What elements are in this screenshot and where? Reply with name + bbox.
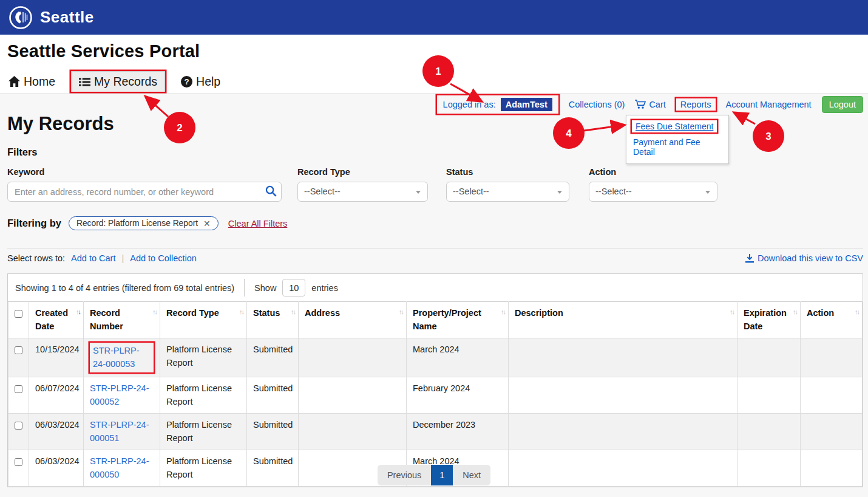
sort-icon[interactable]: ↑↓ <box>730 307 734 317</box>
record-number-link[interactable]: STR-PLRP-24-000053 <box>90 343 154 372</box>
column-header-property-project-name[interactable]: Property/Project Name↑↓ <box>407 302 509 338</box>
cell-record-type: Platform License Report <box>160 413 247 450</box>
seattle-seal-icon <box>8 5 33 30</box>
cell-record-number: STR-PLRP-24-000051 <box>84 413 160 450</box>
cell-status: Submitted <box>247 377 299 413</box>
sort-icon[interactable]: ↑↓ <box>291 307 295 317</box>
home-icon <box>8 76 20 87</box>
action-label: Action <box>589 167 616 177</box>
cell-created-date: 06/07/2024 <box>29 377 84 413</box>
column-header-created-date[interactable]: Created Date↑↓ <box>29 302 84 338</box>
column-header-record-number[interactable]: Record Number↑↓ <box>84 302 160 338</box>
search-button[interactable] <box>265 185 277 199</box>
reports-link[interactable]: Reports <box>676 98 716 111</box>
download-csv-label: Download this view to CSV <box>758 253 863 263</box>
column-header-address[interactable]: Address↑↓ <box>299 302 407 338</box>
column-label: Action <box>807 308 834 318</box>
sort-icon[interactable]: ↑↓ <box>76 307 80 317</box>
next-page-button[interactable]: Next <box>453 465 490 485</box>
column-header-action[interactable]: Action↑↓ <box>801 302 863 338</box>
account-management-link[interactable]: Account Management <box>726 100 812 109</box>
nav-help[interactable]: ? Help <box>181 75 220 89</box>
show-label: Show <box>254 283 276 293</box>
filtering-by-label: Filtering by <box>7 218 61 229</box>
chip-remove-icon[interactable]: ✕ <box>203 219 211 228</box>
keyword-label: Keyword <box>7 167 44 177</box>
logout-button[interactable]: Logout <box>822 96 863 113</box>
logged-in-status: Logged in as: AdamTest <box>437 95 558 114</box>
nav-home[interactable]: Home <box>8 75 55 89</box>
table-row: 06/07/2024STR-PLRP-24-000052Platform Lic… <box>8 377 863 413</box>
svg-text:?: ? <box>185 77 189 86</box>
cell-record-type: Platform License Report <box>160 338 247 377</box>
cell-expiration-date <box>737 413 801 450</box>
cell-created-date: 06/03/2024 <box>29 413 84 450</box>
action-select[interactable]: --Select-- <box>589 182 717 202</box>
logged-in-label: Logged in as: <box>443 100 496 109</box>
column-label: Created Date <box>35 308 68 331</box>
show-entries-group: Show entries <box>244 279 338 296</box>
record-type-label: Record Type <box>297 167 350 177</box>
cart-link[interactable]: Cart <box>635 100 665 109</box>
keyword-input[interactable] <box>7 182 282 202</box>
collections-link[interactable]: Collections (0) <box>569 100 625 109</box>
row-checkbox[interactable] <box>15 346 22 354</box>
column-label: Description <box>515 308 563 318</box>
column-header-status[interactable]: Status↑↓ <box>247 302 299 338</box>
cell-record-number: STR-PLRP-24-000053 <box>84 338 160 377</box>
entries-label: entries <box>311 283 338 293</box>
reports-menu-item[interactable]: Payment and Fee Detail <box>632 135 723 159</box>
nav-my-records-label: My Records <box>94 75 157 89</box>
cell-action <box>801 338 863 377</box>
list-icon <box>79 77 90 87</box>
table-info-bar: Showing 1 to 4 of 4 entries (filtered fr… <box>8 274 863 301</box>
previous-page-button[interactable]: Previous <box>378 465 431 485</box>
download-icon <box>745 254 754 263</box>
select-rows-label: Select rows to: <box>7 253 65 263</box>
column-header-expiration-date[interactable]: Expiration Date↑↓ <box>737 302 801 338</box>
download-csv-link[interactable]: Download this view to CSV <box>745 253 863 263</box>
cell-description <box>509 413 737 450</box>
action-select-value: --Select-- <box>595 187 632 196</box>
sort-icon[interactable]: ↑↓ <box>152 307 157 317</box>
reports-menu-item[interactable]: Fees Due Statement <box>632 120 717 132</box>
divider <box>7 248 863 249</box>
cart-label: Cart <box>649 100 665 109</box>
record-type-select[interactable]: --Select-- <box>297 182 428 202</box>
record-number-link[interactable]: STR-PLRP-24-000052 <box>90 383 149 406</box>
help-icon: ? <box>181 76 192 87</box>
nav-home-label: Home <box>24 75 55 89</box>
row-checkbox[interactable] <box>15 422 22 430</box>
sort-icon[interactable]: ↑↓ <box>793 307 797 317</box>
annotation-circle-1 <box>422 55 454 87</box>
add-to-cart-link[interactable]: Add to Cart <box>71 253 115 263</box>
records-table-panel: Showing 1 to 4 of 4 entries (filtered fr… <box>7 273 863 487</box>
cell-property-project-name: February 2024 <box>407 377 509 413</box>
sort-icon[interactable]: ↑↓ <box>239 307 243 317</box>
nav-my-records[interactable]: My Records <box>71 71 165 92</box>
add-to-collection-link[interactable]: Add to Collection <box>130 253 197 263</box>
top-brand-bar: Seattle <box>0 0 868 35</box>
keyword-search-group <box>7 182 282 202</box>
record-number-link[interactable]: STR-PLRP-24-000051 <box>90 420 149 443</box>
clear-all-filters-link[interactable]: Clear All Filters <box>228 219 288 228</box>
search-icon <box>265 185 277 197</box>
column-header-description[interactable]: Description↑↓ <box>509 302 737 338</box>
status-select[interactable]: --Select-- <box>446 182 569 202</box>
select-all-checkbox[interactable] <box>15 310 22 318</box>
chevron-down-icon <box>416 191 421 194</box>
sort-icon[interactable]: ↑↓ <box>501 307 505 317</box>
sort-icon[interactable]: ↑↓ <box>855 307 859 317</box>
page-title: My Records <box>7 113 114 135</box>
column-header-record-type[interactable]: Record Type↑↓ <box>160 302 247 338</box>
row-checkbox[interactable] <box>15 385 22 393</box>
brand-name: Seattle <box>40 8 94 27</box>
sort-icon[interactable]: ↑↓ <box>399 307 403 317</box>
show-entries-input[interactable] <box>282 279 305 296</box>
cell-created-date: 10/15/2024 <box>29 338 84 377</box>
filters-section-label: Filters <box>7 146 38 158</box>
column-label: Status <box>253 308 280 318</box>
status-label: Status <box>446 167 473 177</box>
current-page-button[interactable]: 1 <box>431 465 453 485</box>
cell-description <box>509 377 737 413</box>
